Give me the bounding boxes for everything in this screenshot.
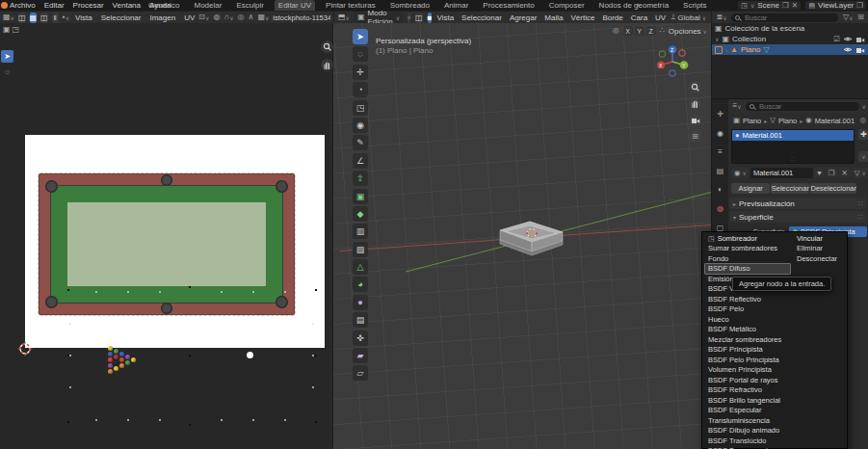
tool-button[interactable]: ▤ xyxy=(353,312,368,328)
perspective-toggle-icon[interactable]: ⊞ xyxy=(689,130,701,143)
camera-icon[interactable] xyxy=(855,46,865,54)
workspace-tab[interactable]: Scripts xyxy=(679,0,710,11)
editor-type-button[interactable]: ≡∨ xyxy=(731,101,743,112)
viewlayer-selector[interactable]: ▤ ViewLayer ❐ xyxy=(805,1,866,10)
unlink-scene-icon[interactable]: ✕ xyxy=(792,2,798,10)
tool-button[interactable]: ✎ xyxy=(353,135,368,150)
shader-menu-item[interactable]: BSDF Difuso xyxy=(702,264,847,275)
filter-dropdown[interactable]: ▽∨ xyxy=(852,168,868,178)
properties-search[interactable] xyxy=(746,102,859,111)
editor-type-button[interactable]: ⬒∨ xyxy=(338,13,350,23)
outliner-filter-dropdown[interactable]: ▽∨ xyxy=(842,13,854,23)
blender-logo-icon[interactable] xyxy=(1,2,8,9)
zoom-icon[interactable] xyxy=(321,40,333,53)
uv-menu-item[interactable]: Imagen xyxy=(149,13,175,22)
uv-vertex[interactable] xyxy=(315,421,317,423)
proportional-icon[interactable]: ◎ xyxy=(613,27,619,35)
uv-cursor-tool-button[interactable]: ◌ xyxy=(1,66,13,78)
action-button[interactable]: Asignar xyxy=(731,183,770,194)
shader-menu-item[interactable]: Volumen Principista xyxy=(702,365,847,376)
workspace-tab[interactable]: Composer xyxy=(545,0,589,11)
uv-sync-toggle[interactable]: ◫ xyxy=(18,13,26,23)
pan-hand-icon[interactable] xyxy=(321,59,333,71)
menu-item[interactable]: Procesar xyxy=(73,1,104,10)
tool-button[interactable]: ▨ xyxy=(353,242,368,257)
workspace-tab[interactable]: Animar xyxy=(440,0,472,11)
uv-menu-item[interactable]: Seleccionar xyxy=(101,13,142,22)
shader-menu-item[interactable]: BSDF Reflectivo xyxy=(702,295,847,305)
menu-item[interactable]: Editar xyxy=(44,1,65,10)
viewport-3d[interactable]: Personalizada (perspectiva) (1) Plano | … xyxy=(333,23,711,449)
scene-selector[interactable]: ◳ ∨ Scene ❐ ✕ xyxy=(738,1,801,10)
uv-select-island-toggle[interactable]: ‖ xyxy=(52,13,59,23)
action-button[interactable]: Deseleccionar xyxy=(810,183,856,194)
camera-view-icon[interactable] xyxy=(689,114,701,126)
preview-panel-header[interactable]: ▸ Previsualización ∷ xyxy=(729,198,867,209)
outliner-row-collection[interactable]: ∨ ▣ Collection ☑ xyxy=(712,34,868,44)
shader-menu-item[interactable]: BSDF Principista xyxy=(702,345,847,356)
workspace-tab[interactable]: Procesamiento xyxy=(479,0,538,11)
properties-tab[interactable]: ≡ xyxy=(713,145,727,159)
properties-tab[interactable]: ◐ xyxy=(713,182,727,197)
uv-snap-dropdown[interactable]: ∩∨ xyxy=(224,13,233,23)
camera-icon[interactable] xyxy=(855,36,865,43)
shader-menu-item[interactable]: BSDF Metálico xyxy=(702,325,847,335)
mirror-axis-button[interactable]: Y xyxy=(635,26,644,36)
uv-vertex[interactable] xyxy=(189,355,191,357)
uv-menu-item[interactable]: Vista xyxy=(75,13,92,22)
tool-button[interactable]: ◆ xyxy=(353,206,368,222)
image-new-icon[interactable]: ◳ xyxy=(13,26,20,34)
tool-button[interactable]: △ xyxy=(353,259,368,275)
uv-tweak-tool-button[interactable]: ➤ xyxy=(1,50,13,63)
viewport-menu-item[interactable]: Agregar xyxy=(510,13,537,22)
copy-viewlayer-icon[interactable]: ❐ xyxy=(856,2,863,10)
properties-search-input[interactable] xyxy=(746,102,859,111)
uv-pivot-dropdown[interactable]: ⊡∨ xyxy=(198,13,209,23)
tool-button[interactable]: ◳ xyxy=(353,100,368,116)
breadcrumb-data[interactable]: Plano xyxy=(778,117,797,125)
tool-button[interactable]: ✛ xyxy=(353,65,368,80)
add-workspace-button[interactable]: + xyxy=(636,1,641,10)
properties-tab[interactable]: ◍ xyxy=(713,201,727,216)
fake-user-button[interactable]: ♥ xyxy=(814,168,824,178)
uv-select-mode-dropdown[interactable]: ▪∨ xyxy=(63,13,69,23)
shader-menu-item[interactable]: BSDF Brillo tangencial xyxy=(702,396,847,407)
outliner-row-plano-selected[interactable]: › ▲ Plano ▽ xyxy=(712,44,868,55)
uv-2d-cursor[interactable] xyxy=(17,341,33,357)
uv-vertex[interactable] xyxy=(67,289,69,291)
shader-menu-item[interactable]: Mezclar sombreadores xyxy=(702,335,847,346)
shader-menu-item[interactable]: Fondo Desconectar xyxy=(702,254,847,265)
editor-type-button[interactable]: ▦∨ xyxy=(3,13,14,23)
tool-button[interactable]: ➤ xyxy=(353,29,368,44)
list-grip[interactable]: ∷ xyxy=(732,156,854,162)
uv-vertex[interactable] xyxy=(189,286,191,288)
uv-falloff-icon[interactable]: ∧ xyxy=(249,13,254,21)
menu-item[interactable]: Archivo xyxy=(10,1,36,10)
shader-menu-item[interactable]: Hueco xyxy=(702,315,847,326)
expand-arrow-icon[interactable]: ∨ xyxy=(715,36,719,42)
uv-editor[interactable]: ▣ ◳ ➤ ◌ xyxy=(0,23,333,449)
mode-selector[interactable]: ▣ Modo Edición ∨ xyxy=(355,13,403,23)
uv-menu-item[interactable]: UV xyxy=(184,13,195,22)
tool-button[interactable]: ✜ xyxy=(353,330,368,346)
workspace-tab[interactable]: Nodos de geometría xyxy=(595,0,673,11)
slot-specials-button[interactable]: ∨ xyxy=(858,151,868,162)
menu-item[interactable]: Ventana xyxy=(113,1,141,10)
workspace-tab[interactable]: Modelar xyxy=(190,0,225,11)
uv-vertex[interactable] xyxy=(315,355,317,357)
face-select-button[interactable]: ■ xyxy=(428,13,433,23)
outliner-search-input[interactable] xyxy=(731,13,838,22)
tool-button[interactable]: ⇧ xyxy=(353,171,368,186)
tool-button[interactable]: ▰ xyxy=(353,348,368,363)
viewport-menu-item[interactable]: Cara xyxy=(631,13,647,22)
checkbox-icon[interactable]: ☑ xyxy=(833,36,840,43)
eye-icon[interactable] xyxy=(843,36,853,42)
properties-tab[interactable]: ▤ xyxy=(713,164,727,178)
uv-select-edge-toggle[interactable]: ◫ xyxy=(40,13,48,23)
shader-menu-item[interactable]: Transluminiscencia xyxy=(702,416,847,427)
options-dropdown[interactable]: Opciones ∨ xyxy=(669,27,707,36)
tool-button[interactable]: ∠ xyxy=(353,153,368,169)
shader-menu-item[interactable]: BSDF Portal de rayos xyxy=(702,376,847,386)
tool-button[interactable]: ▣ xyxy=(353,189,368,204)
pool-table-object[interactable] xyxy=(492,216,571,260)
